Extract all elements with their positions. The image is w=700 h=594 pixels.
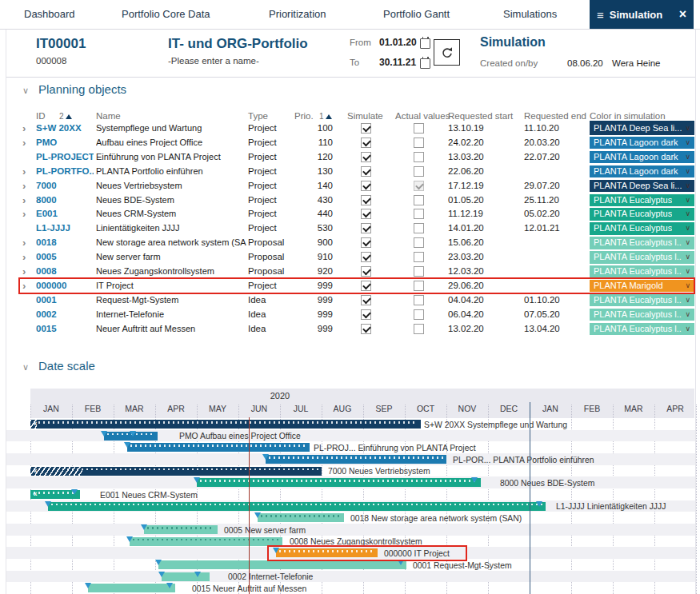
milestone-triangle-icon[interactable]: [398, 560, 404, 565]
col-header-simulate[interactable]: Simulate: [347, 111, 383, 121]
milestone-triangle-icon[interactable]: [101, 431, 107, 437]
simulate-checkbox[interactable]: [361, 152, 371, 162]
row-id-link[interactable]: 0015: [36, 324, 94, 333]
gantt-bar[interactable]: [144, 525, 218, 534]
milestone-triangle-icon[interactable]: [471, 477, 478, 483]
col-header-color[interactable]: Color in simulation: [590, 111, 666, 121]
simulate-checkbox[interactable]: [361, 252, 371, 262]
gantt-bar[interactable]: [158, 560, 406, 569]
row-id-link[interactable]: 0008: [36, 266, 94, 276]
color-dropdown[interactable]: PLANTA Lagoon dark∨: [590, 151, 694, 164]
color-dropdown[interactable]: PLANTA Eucalyptus∨: [590, 208, 694, 221]
row-id-link[interactable]: PL-PROJECT: [36, 152, 94, 161]
actual-values-checkbox[interactable]: [414, 166, 424, 177]
col-header-requested-end[interactable]: Requested end: [524, 111, 586, 121]
actual-values-checkbox[interactable]: [414, 195, 424, 205]
active-tab-simulation[interactable]: ≡ Simulation ×: [590, 0, 694, 29]
row-expander-icon[interactable]: ›: [22, 237, 26, 249]
row-expander-icon[interactable]: ›: [22, 122, 26, 134]
gantt-bar[interactable]: [266, 455, 446, 464]
gantt-bar[interactable]: «: [30, 420, 421, 429]
color-dropdown[interactable]: PLANTA Eucalyptus l...∨: [590, 294, 694, 307]
row-id-link[interactable]: PL-PORTFO...: [36, 166, 94, 176]
simulate-checkbox[interactable]: [361, 237, 371, 248]
color-dropdown[interactable]: PLANTA Eucalyptus l...∨: [590, 265, 694, 278]
gantt-bar[interactable]: «: [30, 467, 322, 476]
simulate-checkbox[interactable]: [361, 295, 371, 305]
milestone-triangle-icon[interactable]: [141, 524, 147, 530]
nav-prioritization[interactable]: Prioritization: [269, 8, 326, 20]
milestone-triangle-icon[interactable]: [254, 512, 261, 518]
calendar-icon[interactable]: [420, 58, 430, 69]
col-header-name[interactable]: Name: [96, 111, 121, 121]
milestone-triangle-icon[interactable]: [85, 583, 91, 588]
color-dropdown[interactable]: PLANTA Lagoon dark∨: [590, 165, 694, 178]
portfolio-name-field[interactable]: -Please enter a name-: [168, 56, 259, 66]
actual-values-checkbox[interactable]: [414, 237, 424, 248]
gantt-bar[interactable]: [127, 443, 310, 452]
color-dropdown[interactable]: PLANTA Eucalyptus l...∨: [590, 323, 694, 336]
row-id-link[interactable]: 000000: [36, 281, 94, 290]
simulate-checkbox[interactable]: [361, 123, 371, 134]
milestone-triangle-icon[interactable]: [45, 501, 51, 507]
row-expander-icon[interactable]: ›: [22, 137, 26, 149]
row-expander-icon[interactable]: ›: [22, 251, 26, 263]
row-expander-icon[interactable]: ›: [22, 165, 26, 177]
col-header-id[interactable]: ID: [36, 111, 46, 121]
actual-values-checkbox[interactable]: [414, 309, 424, 320]
row-expander-icon[interactable]: ›: [22, 208, 26, 220]
simulate-checkbox[interactable]: [361, 195, 371, 205]
col-header-prio[interactable]: Prio.: [294, 111, 314, 121]
gantt-bar[interactable]: [258, 513, 344, 522]
gantt-bar[interactable]: [48, 502, 546, 511]
row-id-link[interactable]: 0002: [36, 309, 94, 319]
actual-values-checkbox[interactable]: [414, 324, 424, 334]
actual-values-checkbox[interactable]: [414, 181, 424, 191]
nav-dashboard[interactable]: Dashboard: [24, 8, 75, 20]
row-expander-icon[interactable]: ›: [22, 180, 26, 192]
simulate-checkbox[interactable]: [361, 281, 371, 291]
nav-simulations[interactable]: Simulations: [503, 8, 557, 20]
color-dropdown[interactable]: PLANTA Lagoon dark∨: [590, 137, 694, 149]
to-date-field[interactable]: 30.11.21: [379, 57, 416, 68]
milestone-triangle-icon[interactable]: [130, 431, 136, 437]
color-dropdown[interactable]: PLANTA Eucalyptus l...∨: [590, 251, 694, 264]
gantt-bar[interactable]: [276, 548, 378, 557]
row-id-link[interactable]: 8000: [36, 195, 94, 205]
row-expander-icon[interactable]: ›: [22, 280, 26, 292]
simulate-checkbox[interactable]: [361, 309, 371, 320]
color-dropdown[interactable]: PLANTA Marigold∨: [590, 280, 694, 293]
actual-values-checkbox[interactable]: [414, 295, 424, 305]
row-id-link[interactable]: 0005: [36, 252, 94, 261]
gantt-bar[interactable]: [162, 572, 210, 581]
milestone-triangle-icon[interactable]: [194, 477, 200, 483]
color-dropdown[interactable]: PLANTA Eucalyptus∨: [590, 222, 694, 235]
actual-values-checkbox[interactable]: [414, 209, 424, 219]
gantt-bar[interactable]: [197, 478, 481, 487]
row-id-link[interactable]: 0018: [36, 237, 94, 247]
color-dropdown[interactable]: PLANTA Deep Sea li...∨: [590, 122, 694, 135]
simulate-checkbox[interactable]: [361, 138, 371, 148]
milestone-triangle-icon[interactable]: [71, 489, 78, 495]
row-expander-icon[interactable]: ›: [22, 265, 26, 277]
row-id-link[interactable]: PMO: [36, 138, 94, 147]
simulate-checkbox[interactable]: [361, 181, 371, 191]
row-expander-icon[interactable]: ›: [22, 194, 26, 206]
planning-collapse-icon[interactable]: ∨: [22, 86, 29, 96]
milestone-triangle-icon[interactable]: [155, 560, 162, 565]
simulate-checkbox[interactable]: [361, 166, 371, 177]
refresh-button[interactable]: [434, 39, 460, 66]
row-id-link[interactable]: E001: [36, 209, 94, 218]
milestone-triangle-icon[interactable]: [273, 548, 279, 553]
simulate-checkbox[interactable]: [361, 266, 371, 277]
actual-values-checkbox[interactable]: [414, 281, 424, 291]
simulate-checkbox[interactable]: [361, 223, 371, 233]
row-id-link[interactable]: 7000: [36, 181, 94, 190]
milestone-triangle-icon[interactable]: [126, 536, 133, 542]
nav-portfolio-gantt[interactable]: Portfolio Gantt: [383, 8, 450, 20]
col-header-type[interactable]: Type: [248, 111, 268, 121]
color-dropdown[interactable]: PLANTA Eucalyptus l...∨: [590, 237, 694, 249]
col-header-actual-values[interactable]: Actual values: [395, 111, 450, 121]
gantt-bar[interactable]: [130, 537, 282, 546]
datescale-collapse-icon[interactable]: ∨: [22, 362, 29, 373]
